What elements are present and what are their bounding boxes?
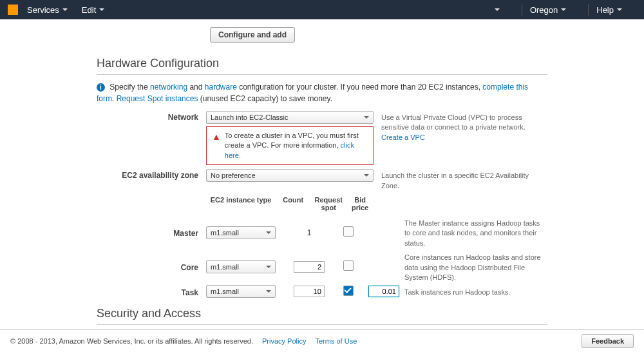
network-select[interactable]: Launch into EC2-Classic [206, 111, 374, 124]
task-bid-input[interactable] [368, 286, 399, 297]
feedback-button[interactable]: Feedback [582, 334, 634, 348]
top-nav: Services Edit Oregon Help [0, 0, 644, 19]
az-label: EC2 availability zone [97, 169, 206, 180]
copyright-text: © 2008 - 2013, Amazon Web Services, Inc.… [10, 337, 253, 345]
task-type-select[interactable]: m1.small [206, 285, 276, 298]
master-label: Master [97, 227, 206, 238]
aws-logo-icon[interactable] [8, 5, 18, 15]
hardware-link[interactable]: hardware [205, 83, 237, 92]
privacy-link[interactable]: Privacy Policy [262, 337, 306, 345]
task-spot-checkbox[interactable] [343, 286, 354, 296]
core-spot-checkbox[interactable] [343, 260, 354, 271]
az-help: Launch the cluster in a specific EC2 Ava… [374, 169, 547, 191]
terms-link[interactable]: Terms of Use [315, 337, 357, 345]
networking-link[interactable]: networking [150, 83, 187, 92]
hardware-intro: i Specify the networking and hardware co… [97, 81, 547, 104]
core-help: Core instances run Hadoop tasks and stor… [397, 251, 547, 282]
task-count-input[interactable] [294, 286, 325, 297]
vpc-error-box: ▲ To create a cluster in a VPC, you must… [206, 126, 374, 165]
network-label: Network [97, 111, 206, 122]
configure-add-button[interactable]: Configure and add [210, 27, 295, 43]
core-count-input[interactable] [294, 261, 325, 273]
hardware-config-heading: Hardware Configuration [97, 57, 547, 70]
master-type-select[interactable]: m1.small [206, 226, 276, 239]
region-menu[interactable]: Oregon [530, 5, 566, 15]
create-vpc-link[interactable]: Create a VPC [381, 133, 425, 141]
services-menu[interactable]: Services [27, 5, 68, 15]
edit-menu[interactable]: Edit [82, 5, 104, 15]
security-heading: Security and Access [97, 307, 547, 320]
warning-icon: ▲ [212, 131, 221, 144]
info-icon: i [97, 83, 105, 92]
help-menu[interactable]: Help [596, 5, 622, 15]
az-select[interactable]: No preference [206, 169, 374, 182]
core-type-select[interactable]: m1.small [206, 260, 276, 273]
footer: © 2008 - 2013, Amazon Web Services, Inc.… [0, 329, 644, 352]
core-label: Core [97, 261, 206, 272]
task-label: Task [97, 286, 206, 297]
task-help: Task instances run Hadoop tasks. [397, 286, 547, 297]
master-help: The Master instance assigns Hadoop tasks… [397, 217, 547, 248]
account-menu[interactable] [491, 8, 500, 11]
request-spot-link[interactable]: Request Spot instances [117, 94, 198, 103]
instance-grid-header: EC2 instance type Count Requestspot Bidp… [206, 195, 374, 213]
master-count: 1 [290, 228, 328, 237]
master-spot-checkbox[interactable] [343, 226, 354, 237]
